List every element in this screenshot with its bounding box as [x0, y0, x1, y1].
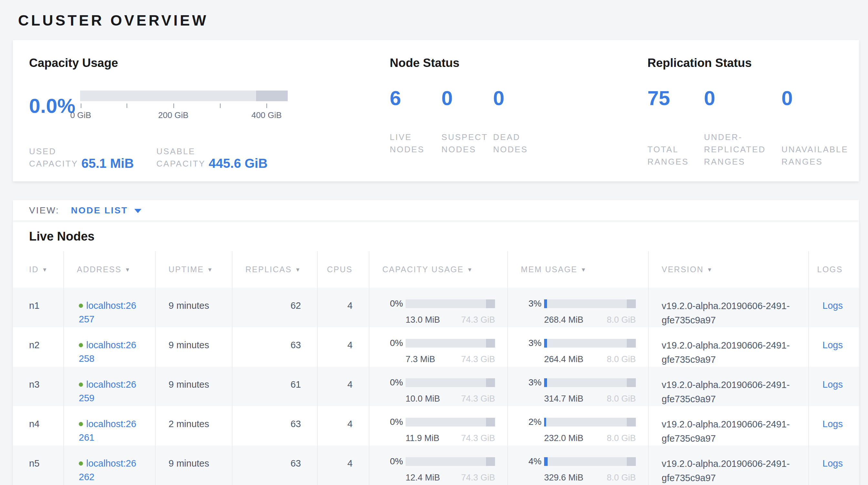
capacity-percent: 0%	[369, 455, 403, 468]
replication-status-section: Replication Status 75 0 0 TOTAL RANGES U…	[647, 56, 859, 165]
capacity-reserved-segment	[486, 299, 495, 308]
sort-arrow-icon: ▼	[467, 267, 473, 273]
table-row: n3 localhost:26259 9 minutes 61 4 0% 10.…	[13, 367, 859, 406]
mem-total-value: 8.0 GiB	[607, 471, 636, 484]
node-replicas-cell: 63	[232, 327, 317, 367]
capacity-percent: 0%	[369, 297, 403, 310]
capacity-used-value: 11.9 MiB	[406, 431, 439, 445]
cluster-overview-page: CLUSTER OVERVIEW Capacity Usage 0.0%	[0, 0, 868, 485]
suspect-nodes-label: SUSPECT NODES	[441, 131, 493, 155]
logs-link[interactable]: Logs	[823, 458, 843, 468]
node-address-link[interactable]: localhost:26259	[79, 379, 136, 403]
page-title: CLUSTER OVERVIEW	[18, 12, 859, 29]
column-header-capacity-usage[interactable]: CAPACITY USAGE▼	[369, 251, 507, 288]
node-address-link[interactable]: localhost:26261	[79, 419, 136, 443]
node-live-dot-icon	[79, 422, 83, 426]
column-header-address[interactable]: ADDRESS▼	[64, 251, 155, 288]
dead-nodes-count: 0	[493, 88, 545, 108]
capacity-used-value: 13.0 MiB	[406, 313, 440, 326]
summary-card: Capacity Usage 0.0% 0 GiB 200 GiB	[13, 40, 859, 181]
table-row: n2 localhost:26258 9 minutes 63 4 0% 7.3…	[13, 327, 859, 367]
column-header-replicas[interactable]: REPLICAS▼	[232, 251, 317, 288]
mem-used-segment	[544, 339, 547, 348]
unavailable-ranges-label: UNAVAILABLE RANGES	[781, 143, 859, 168]
sort-arrow-icon: ▼	[207, 267, 213, 273]
capacity-total-value: 74.3 GiB	[461, 352, 495, 366]
column-header-uptime[interactable]: UPTIME▼	[155, 251, 232, 288]
under-replicated-ranges-label: UNDER-REPLICATED RANGES	[704, 131, 781, 168]
dead-nodes-label: DEAD NODES	[493, 131, 545, 155]
capacity-reserved-segment	[486, 339, 495, 348]
node-uptime-cell: 9 minutes	[155, 288, 232, 327]
axis-label-0: 0 GiB	[70, 110, 91, 120]
node-mem-usage-cell: 4% 329.6 MiB 8.0 GiB	[507, 446, 648, 485]
capacity-usage-bar	[406, 378, 495, 387]
view-label: VIEW:	[29, 205, 59, 216]
node-address-cell: localhost:26257	[64, 288, 155, 327]
mem-usage-bar	[544, 299, 636, 308]
live-nodes-panel: Live Nodes ID▼ ADDRESS▼ UPTIME▼ REPLICAS…	[13, 221, 859, 485]
mem-used-value: 314.7 MiB	[544, 392, 584, 405]
mem-total-value: 8.0 GiB	[607, 313, 636, 326]
sort-arrow-icon: ▼	[295, 267, 301, 273]
logs-link[interactable]: Logs	[823, 379, 843, 390]
capacity-reserved-segment	[486, 378, 495, 387]
node-address-link[interactable]: localhost:26262	[79, 458, 136, 482]
node-cpus-cell: 4	[317, 367, 369, 406]
capacity-bar-chart: 0 GiB 200 GiB 400 GiB	[80, 90, 288, 121]
node-cpus-cell: 4	[317, 288, 369, 327]
mem-reserved-segment	[627, 378, 636, 387]
node-live-dot-icon	[79, 343, 83, 347]
live-nodes-label: LIVE NODES	[390, 131, 441, 155]
capacity-total-value: 74.3 GiB	[461, 431, 495, 445]
sort-arrow-icon: ▼	[581, 267, 587, 273]
mem-reserved-segment	[627, 457, 636, 466]
view-selected-value[interactable]: NODE LIST	[71, 205, 128, 216]
sort-arrow-icon: ▼	[707, 267, 713, 273]
mem-percent: 3%	[508, 297, 541, 310]
view-selector-dropdown[interactable]: NODE LIST	[71, 205, 142, 216]
live-nodes-heading: Live Nodes	[13, 221, 859, 251]
node-logs-cell: Logs	[809, 367, 859, 406]
node-mem-usage-cell: 2% 232.0 MiB 8.0 GiB	[507, 406, 648, 446]
used-capacity-value: 65.1 MiB	[82, 157, 134, 170]
logs-link[interactable]: Logs	[823, 301, 843, 311]
node-live-dot-icon	[79, 304, 83, 308]
column-header-mem-usage[interactable]: MEM USAGE▼	[507, 251, 648, 288]
node-capacity-usage-cell: 0% 12.4 MiB 74.3 GiB	[369, 446, 507, 485]
unavailable-ranges-count: 0	[781, 88, 859, 108]
node-version-cell: v19.2.0-alpha.20190606-2491-gfe735c9a97	[648, 327, 809, 367]
column-header-version[interactable]: VERSION▼	[648, 251, 809, 288]
capacity-total-value: 74.3 GiB	[461, 392, 495, 405]
mem-percent: 3%	[508, 336, 541, 350]
mem-used-segment	[544, 299, 547, 308]
capacity-percent: 0%	[369, 336, 403, 350]
mem-used-value: 264.4 MiB	[544, 352, 584, 366]
node-mem-usage-cell: 3% 314.7 MiB 8.0 GiB	[507, 367, 648, 406]
sort-arrow-icon: ▼	[42, 267, 48, 273]
capacity-percent: 0%	[369, 415, 403, 429]
mem-used-segment	[544, 378, 547, 387]
column-header-id[interactable]: ID▼	[13, 251, 64, 288]
replication-status-heading: Replication Status	[647, 56, 859, 70]
mem-total-value: 8.0 GiB	[607, 431, 636, 445]
node-address-link[interactable]: localhost:26258	[79, 340, 136, 364]
mem-used-segment	[544, 418, 546, 426]
capacity-usage-bar	[406, 457, 495, 466]
node-address-cell: localhost:26261	[64, 406, 155, 446]
logs-link[interactable]: Logs	[823, 340, 843, 350]
caret-down-icon	[134, 209, 142, 213]
node-replicas-cell: 61	[232, 367, 317, 406]
node-address-link[interactable]: localhost:26257	[79, 301, 136, 324]
total-ranges-count: 75	[647, 88, 704, 108]
mem-usage-bar	[544, 457, 636, 466]
node-logs-cell: Logs	[809, 446, 859, 485]
mem-percent: 4%	[508, 455, 541, 468]
node-replicas-cell: 63	[232, 446, 317, 485]
logs-link[interactable]: Logs	[823, 419, 843, 429]
node-address-cell: localhost:26258	[64, 327, 155, 367]
node-uptime-cell: 9 minutes	[155, 446, 232, 485]
axis-label-200: 200 GiB	[158, 110, 189, 120]
node-mem-usage-cell: 3% 264.4 MiB 8.0 GiB	[507, 327, 648, 367]
under-replicated-ranges-count: 0	[704, 88, 781, 108]
